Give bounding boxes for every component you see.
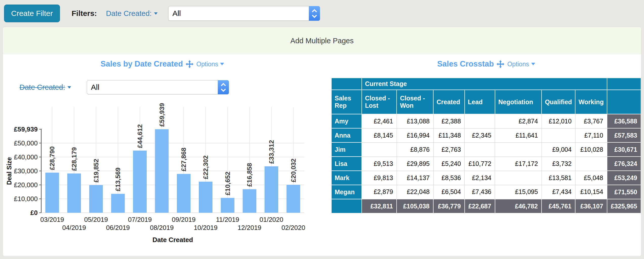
row-header-anna: Anna <box>331 128 362 142</box>
bar-value-label: £20,032 <box>290 159 297 182</box>
chevron-down-icon <box>531 63 535 65</box>
bar-value-label: £33,312 <box>268 140 275 164</box>
x-tick-label: 09/2019 <box>172 216 196 223</box>
bar-02/2020[interactable] <box>287 185 300 213</box>
bar-03/2019[interactable] <box>45 172 59 213</box>
column-total-cell: £46,782 <box>495 199 542 213</box>
crosstab-cell <box>495 171 542 185</box>
widget-title: Sales Crosstab <box>437 59 494 69</box>
row-total-cell: £53,249 <box>607 171 641 185</box>
crosstab-cell: £8,536 <box>433 171 465 185</box>
column-header-negotiation: Negotiation <box>495 90 542 114</box>
column-total-cell: £105,038 <box>397 199 433 213</box>
bar-10/2019[interactable] <box>199 182 212 213</box>
crosstab-cell: £14,137 <box>397 171 433 185</box>
crosstab-cell: £10,772 <box>465 157 495 171</box>
filter-field-label: Date Created: <box>19 83 65 92</box>
crosstab-cell: £8,876 <box>397 142 433 157</box>
crosstab-cell: £3,767 <box>575 114 607 128</box>
row-header-amy: Amy <box>331 114 362 128</box>
crosstab-cell: £10,028 <box>575 142 607 157</box>
crosstab-cell: £10,154 <box>575 185 607 199</box>
dashboard-content: Sales by Date Created Options Date Creat… <box>3 54 641 246</box>
filters-label: Filters: <box>72 9 97 18</box>
crosstab-cell <box>542 128 575 142</box>
crosstab-cell: £22,048 <box>397 185 433 199</box>
bar-11/2019[interactable] <box>221 198 234 213</box>
crosstab-cell: £7,110 <box>575 128 607 142</box>
crosstab-cell: £29,895 <box>397 157 433 171</box>
column-header-closed-won: Closed - Won <box>397 90 433 114</box>
column-total-cell: £36,107 <box>575 199 607 213</box>
crosstab-cell: £9,513 <box>362 157 397 171</box>
chevron-down-icon <box>221 87 226 92</box>
bar-value-label: £10,652 <box>224 171 231 195</box>
bar-07/2019[interactable] <box>133 150 147 213</box>
deal-size-bar-chart: £0£10,000£20,000£30,000£40,000£50,000£59… <box>3 96 314 246</box>
crosstab-cell: £11,641 <box>495 128 542 142</box>
crosstab-cell: £12,010 <box>542 114 575 128</box>
row-total-cell: £76,324 <box>607 157 641 171</box>
select-stepper-icon[interactable] <box>218 80 229 94</box>
create-filter-button[interactable]: Create Filter <box>4 5 60 22</box>
bar-value-label: £28,790 <box>48 146 56 170</box>
crosstab-cell: £9,004 <box>542 142 575 157</box>
bar-08/2019[interactable] <box>155 129 169 213</box>
chart-filter-value-select[interactable]: All <box>87 80 229 94</box>
row-header-jim: Jim <box>331 142 362 157</box>
crosstab-cell <box>465 142 495 157</box>
crosstab-cell: £15,095 <box>495 185 542 199</box>
crosstab-cell <box>495 142 542 157</box>
bar-09/2019[interactable] <box>177 174 190 213</box>
x-tick-label: 11/2019 <box>216 216 239 223</box>
column-total-cell: £45,761 <box>542 199 575 213</box>
row-total-cell: £30,671 <box>607 142 641 157</box>
x-tick-label: 04/2019 <box>62 224 86 231</box>
topbar-filter-field-dropdown[interactable]: Date Created: <box>106 9 158 18</box>
column-header-working: Working <box>575 90 607 114</box>
crosstab-cell: £2,461 <box>362 114 397 128</box>
top-filter-bar: Create Filter Filters: Date Created: All <box>0 0 644 27</box>
bar-value-label: £44,612 <box>136 124 144 148</box>
x-tick-label: 12/2019 <box>238 224 261 231</box>
select-stepper-icon[interactable] <box>309 6 320 21</box>
x-axis-title: Date Created <box>153 236 193 244</box>
row-header-megan: Megan <box>331 185 362 199</box>
table-row-jim: Jim£8,876£2,763£9,004£10,028£30,671 <box>331 142 641 157</box>
bar-06/2019[interactable] <box>111 194 125 213</box>
y-tick-label: £40,000 <box>14 153 38 161</box>
corner-header-cell <box>331 78 362 90</box>
bar-04/2019[interactable] <box>67 174 81 213</box>
total-column-header-cell <box>607 90 641 114</box>
options-menu[interactable]: Options <box>507 60 535 68</box>
bar-value-label: £59,939 <box>158 103 166 127</box>
add-multiple-pages-bar[interactable]: Add Multiple Pages <box>3 27 641 54</box>
y-tick-label: £0 <box>30 209 38 217</box>
column-header-closed-lost: Closed - Lost <box>362 90 397 114</box>
options-menu[interactable]: Options <box>196 60 224 68</box>
bar-05/2019[interactable] <box>89 185 103 213</box>
row-header-lisa: Lisa <box>331 157 362 171</box>
crosstab-cell: £9,813 <box>362 171 397 185</box>
move-icon[interactable] <box>185 60 194 68</box>
bar-12/2019[interactable] <box>243 189 256 213</box>
crosstab-cell: £16,994 <box>397 128 433 142</box>
bar-value-label: £28,179 <box>70 147 78 171</box>
bar-value-label: £27,868 <box>180 148 187 171</box>
x-tick-label: 08/2019 <box>150 224 174 231</box>
crosstab-cell: £11,348 <box>433 128 465 142</box>
crosstab-cell <box>362 142 397 157</box>
move-icon[interactable] <box>496 60 505 68</box>
crosstab-cell <box>465 114 495 128</box>
y-tick-label: £59,939 <box>14 125 38 133</box>
x-tick-label: 03/2019 <box>40 216 64 223</box>
row-total-cell: £57,583 <box>607 128 641 142</box>
chart-filter-field-dropdown[interactable]: Date Created: <box>19 83 71 92</box>
bar-01/2020[interactable] <box>265 166 278 213</box>
topbar-filter-value-select[interactable]: All <box>168 6 320 21</box>
y-tick-label: £10,000 <box>14 195 38 203</box>
crosstab-cell: £2,763 <box>433 142 465 157</box>
select-value: All <box>168 9 309 18</box>
chevron-down-icon <box>68 86 71 89</box>
x-tick-label: 05/2019 <box>84 216 108 223</box>
